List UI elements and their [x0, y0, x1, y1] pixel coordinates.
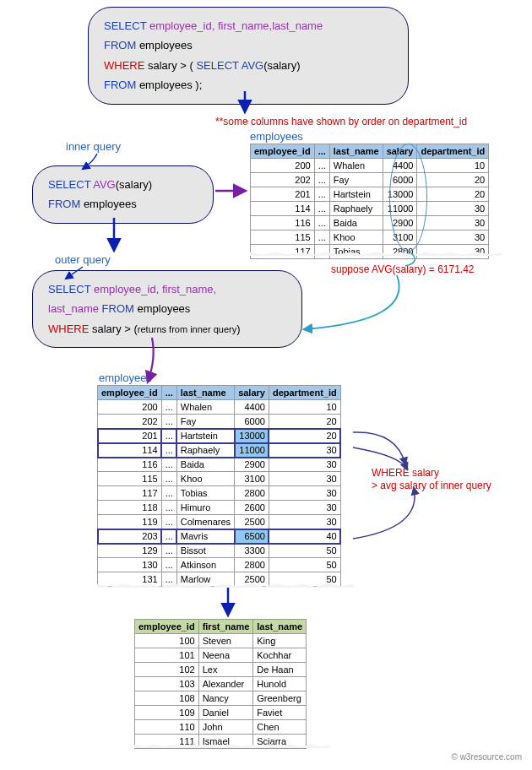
table-cell: 20 — [417, 173, 489, 187]
kw-where: WHERE — [48, 323, 89, 335]
table-cell: ... — [161, 443, 176, 458]
table-row: 117...Tobias280030 — [251, 245, 489, 259]
table-cell: 119 — [98, 515, 162, 529]
table-cell: Raphaely — [176, 443, 234, 458]
table-row: 114...Raphaely1100030 — [98, 443, 341, 458]
table-cell: 115 — [251, 230, 315, 245]
inner-ret: returns from inner query — [138, 324, 236, 334]
table-cell: ... — [314, 245, 329, 259]
table-cell: 102 — [135, 663, 199, 677]
table-row: 116...Baida290030 — [98, 458, 341, 472]
table-cell: 2800 — [383, 245, 417, 259]
table-cell: Faviet — [253, 706, 307, 720]
table-cell: 4400 — [383, 159, 417, 173]
table-cell: 2900 — [383, 216, 417, 230]
table-cell: 110 — [135, 720, 199, 735]
table-cell: 103 — [135, 677, 199, 691]
table-row: 110JohnChen — [135, 720, 307, 735]
table-cell: 100 — [135, 634, 199, 648]
table-cell: 101 — [135, 648, 199, 663]
hdr: department_id — [269, 386, 340, 400]
query-line: FROM employees — [104, 35, 393, 55]
table-cell: 201 — [251, 187, 315, 202]
tbl: employees — [80, 198, 136, 210]
table-cell: ... — [161, 458, 176, 472]
table-row: 129...Bissot330050 — [98, 544, 341, 558]
table-cell: Greenberg — [253, 691, 307, 706]
table-row: 102LexDe Haan — [135, 663, 307, 677]
table-cell: 203 — [98, 529, 162, 544]
tbl2: employees ); — [136, 79, 202, 91]
table-cell: 202 — [98, 415, 162, 429]
inner-query-label: inner query — [66, 140, 121, 153]
table-cell: ... — [161, 501, 176, 515]
employees-table-2: employee_id ... last_name salary departm… — [97, 385, 341, 587]
table-cell: Whalen — [329, 159, 383, 173]
table-cell: 30 — [269, 472, 340, 486]
kw-select: SELECT — [104, 19, 146, 32]
table-cell: 13000 — [383, 187, 417, 202]
table-cell: Alexander — [198, 677, 253, 691]
table-cell: 6000 — [235, 415, 269, 429]
table-row: 115...Khoo310030 — [251, 230, 489, 245]
table-row: 131...Marlow250050 — [98, 572, 341, 587]
table-cell: 202 — [251, 173, 315, 187]
table-cell: Nancy — [198, 691, 253, 706]
table-cell: ... — [161, 429, 176, 443]
table-cell: 116 — [98, 458, 162, 472]
where-salary-label-1: WHERE salary — [372, 467, 439, 479]
kw-from2: FROM — [104, 79, 136, 91]
table-cell: 108 — [135, 691, 199, 706]
table-cell: 2800 — [235, 486, 269, 501]
kw-select: SELECT — [48, 178, 90, 191]
table-cell: 30 — [269, 443, 340, 458]
table-cell: 2500 — [235, 515, 269, 529]
table-cell: 30 — [417, 216, 489, 230]
table-cell: Kochhar — [253, 648, 307, 663]
table-cell: Baida — [329, 216, 383, 230]
table-row: 200...Whalen440010 — [251, 159, 489, 173]
table-row: 115...Khoo310030 — [98, 472, 341, 486]
table-row: 202...Fay600020 — [251, 173, 489, 187]
table-cell: Fay — [176, 415, 234, 429]
table-row: 200...Whalen440010 — [98, 400, 341, 415]
kw-where: WHERE — [104, 59, 144, 72]
table-cell: Fay — [329, 173, 383, 187]
hdr: last_name — [176, 386, 234, 400]
outer-query-label: outer query — [55, 253, 111, 266]
table-cell: Mavris — [176, 529, 234, 544]
query-line: last_name FROM employees — [48, 299, 286, 318]
main-query-box: SELECT employee_id, first_name,last_name… — [88, 7, 409, 105]
table-cell: 40 — [269, 529, 340, 544]
table-cell: John — [198, 720, 253, 735]
table-cell: 114 — [98, 443, 162, 458]
table-cell: ... — [161, 472, 176, 486]
table-row: 108NancyGreenberg — [135, 691, 307, 706]
table-cell: ... — [314, 216, 329, 230]
table-cell: Hartstein — [176, 429, 234, 443]
outer-query-box: SELECT employee_id, first_name, last_nam… — [32, 270, 302, 348]
kw-selectavg: SELECT AVG — [196, 59, 263, 72]
cols: employee_id, first_name, — [90, 283, 216, 296]
table-cell: 6000 — [383, 173, 417, 187]
table-cell: Colmenares — [176, 515, 234, 529]
table-row: 101NeenaKochhar — [135, 648, 307, 663]
table-cell: Tobias — [329, 245, 383, 259]
table-cell: ... — [161, 415, 176, 429]
table-cell: Bissot — [176, 544, 234, 558]
table-cell: 2900 — [235, 458, 269, 472]
avg-suppose-label: suppose AVG(salary) = 6171.42 — [331, 263, 475, 275]
hdr: ... — [314, 144, 329, 159]
table-row: 201...Hartstein1300020 — [251, 187, 489, 202]
query-line: SELECT employee_id, first_name, — [48, 279, 286, 299]
table-cell: Baida — [176, 458, 234, 472]
table-cell: 10 — [417, 159, 489, 173]
table-cell: 200 — [98, 400, 162, 415]
annotation-some-columns: **some columns have shown by order on de… — [215, 116, 467, 127]
table-cell: 130 — [98, 558, 162, 572]
table-cell: 117 — [98, 486, 162, 501]
table-row: 119...Colmenares250030 — [98, 515, 341, 529]
table-cell: 30 — [269, 515, 340, 529]
table-cell: 50 — [269, 558, 340, 572]
table-cell: 11000 — [383, 202, 417, 216]
